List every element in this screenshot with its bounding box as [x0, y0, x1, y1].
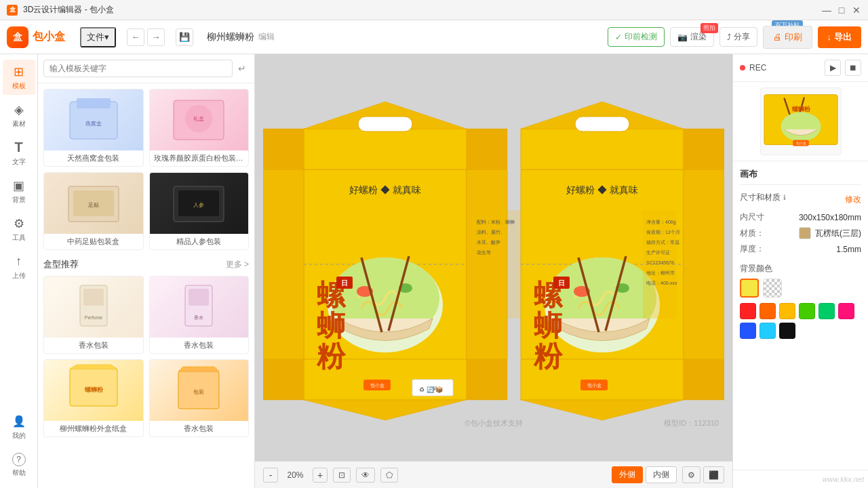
sidebar-upload-label: 上传	[12, 271, 26, 281]
upload-icon: ↑	[12, 254, 26, 269]
nav-buttons: ← →	[127, 28, 165, 46]
template-label-perfume2: 香水包装	[150, 338, 249, 353]
file-menu-button[interactable]: 文件▾	[80, 27, 116, 47]
doc-title-text: 柳州螺蛳粉	[207, 31, 254, 43]
color-swatch-cyan[interactable]	[760, 323, 776, 339]
sidebar-item-text[interactable]: T 文字	[3, 136, 35, 171]
share-button[interactable]: ⤴ 分享	[719, 27, 757, 47]
template-item-perfume2[interactable]: 香水 香水包装	[149, 276, 250, 354]
shape-button[interactable]: ⬠	[380, 468, 398, 483]
close-button[interactable]: ✕	[852, 5, 861, 15]
export-button[interactable]: ↓ 导出	[818, 26, 862, 48]
thumbnail-box: 螺蛳粉 包小盒	[760, 87, 842, 155]
canvas-main[interactable]: 好螺粉 ◆ 就真味 包小盒	[255, 54, 732, 461]
color-swatch-red[interactable]	[740, 303, 756, 319]
eye-button[interactable]: 👁	[356, 468, 375, 483]
thickness-label: 厚度：	[740, 243, 764, 255]
template-label-honey-box: 香水包装	[150, 421, 249, 436]
fit-icon: ⊡	[338, 470, 345, 480]
settings-button[interactable]: ⚙	[682, 466, 701, 483]
template-label-collagen: 玫瑰养颜胶原蛋白粉包装礼盒	[150, 150, 249, 166]
sidebar-item-tools[interactable]: ⚙ 工具	[3, 211, 35, 247]
print-icon: 🖨	[773, 32, 782, 42]
screenshot-button[interactable]: ⬛	[703, 466, 724, 483]
color-swatch-pink[interactable]	[838, 303, 854, 319]
svg-text:包小盒: 包小盒	[370, 383, 384, 388]
export-icon: ↓	[827, 32, 832, 42]
template-item-honey-box[interactable]: 包装 香水包装	[149, 359, 250, 437]
zoom-value: 20%	[283, 470, 307, 480]
model-id: 模型ID：112310	[664, 418, 719, 428]
search-confirm-button[interactable]: ↵	[235, 62, 249, 75]
template-img-honey-box: 包装	[150, 360, 249, 421]
svg-text:日: 日	[558, 279, 565, 287]
fit-button[interactable]: ⊡	[333, 468, 351, 483]
color-swatch-blue[interactable]	[740, 323, 756, 339]
bg-color-transparent[interactable]	[763, 279, 782, 298]
template-img-perfume1: Perfume	[44, 277, 143, 338]
color-swatch-amber[interactable]	[779, 303, 795, 319]
bg-color-active[interactable]	[740, 279, 759, 298]
template-icon: ⊞	[12, 64, 26, 79]
svg-text:汤料、腐竹、: 汤料、腐竹、	[477, 230, 505, 235]
render-badge: 照拍	[701, 23, 718, 33]
template-img-noodle-box: 螺蛳粉	[44, 360, 143, 421]
print-button[interactable]: 🖨 印刷	[763, 26, 812, 49]
search-input[interactable]	[43, 60, 233, 77]
props-panel-title: 画布	[740, 168, 861, 185]
svg-text:螺蛳粉: 螺蛳粉	[84, 386, 103, 393]
help-icon: ?	[12, 453, 26, 466]
svg-marker-33	[467, 359, 507, 400]
svg-text:粉: 粉	[533, 341, 564, 372]
share-icon: ⤴	[727, 33, 731, 42]
material-name-value: 瓦楞纸(三层)	[815, 228, 861, 239]
save-button[interactable]: 💾	[176, 28, 193, 46]
sidebar-item-help[interactable]: ? 帮助	[3, 447, 35, 483]
svg-marker-32	[467, 129, 507, 169]
template-label-ginseng: 精品人参包装	[150, 234, 249, 249]
inspect-button[interactable]: ✓ 印前检测	[608, 27, 665, 47]
sidebar-item-upload[interactable]: ↑ 上传	[3, 249, 35, 285]
svg-text:螺蛳粉: 螺蛳粉	[791, 106, 810, 113]
sidebar-item-background[interactable]: ▣ 背景	[3, 174, 35, 209]
template-img-birdsnest: 燕窝盒	[44, 89, 143, 150]
svg-text:Perfume: Perfume	[85, 315, 103, 320]
template-item-perfume1[interactable]: Perfume 香水包装	[43, 276, 144, 354]
eye-icon: 👁	[361, 470, 370, 480]
undo-button[interactable]: ←	[127, 28, 144, 46]
box-type-more-button[interactable]: 更多 >	[226, 259, 249, 270]
sidebar-item-material[interactable]: ◈ 素材	[3, 98, 35, 133]
minimize-button[interactable]: —	[822, 5, 831, 15]
svg-text:配料：米粉、螺蛳: 配料：米粉、螺蛳	[477, 220, 515, 224]
svg-text:蛳: 蛳	[317, 310, 345, 342]
template-item-noodle-box[interactable]: 螺蛳粉 柳州螺蛳粉外盒纸盒	[43, 359, 144, 437]
document-name: 柳州螺蛳粉 编辑	[207, 31, 275, 43]
template-item-ginseng[interactable]: 人参 精品人参包装	[149, 172, 250, 250]
redo-button[interactable]: →	[147, 28, 165, 46]
maximize-button[interactable]: □	[837, 5, 846, 15]
template-label-noodle-box: 柳州螺蛳粉外盒纸盒	[44, 421, 143, 436]
template-item-collagen[interactable]: 礼盒 玫瑰养颜胶原蛋白粉包装礼盒	[149, 89, 250, 167]
color-swatch-green[interactable]	[799, 303, 815, 319]
zoom-out-button[interactable]: -	[263, 468, 278, 483]
template-item-chinese-med[interactable]: 足贴 中药足贴包装盒	[43, 172, 144, 250]
inside-view-button[interactable]: 内侧	[646, 466, 677, 483]
inner-size-row: 内尺寸 300x150x180mm	[740, 211, 861, 223]
color-swatch-orange[interactable]	[760, 303, 776, 319]
modify-link[interactable]: 修改	[845, 194, 861, 205]
color-swatch-black[interactable]	[779, 323, 795, 339]
material-label: 材质：	[740, 228, 764, 239]
sidebar-item-profile[interactable]: 👤 我的	[3, 409, 35, 445]
svg-marker-57	[521, 400, 684, 420]
svg-point-95	[781, 112, 821, 141]
rec-stop-button[interactable]: ⏹	[845, 60, 861, 76]
size-material-subtitle: 尺寸和材质 ℹ	[740, 192, 786, 203]
rec-play-button[interactable]: ▶	[825, 60, 841, 76]
sidebar-item-template[interactable]: ⊞ 模板	[3, 60, 35, 95]
color-swatch-teal[interactable]	[818, 303, 835, 319]
template-item-birdsnest[interactable]: 燕窝盒 天然燕窝盒包装	[43, 89, 144, 167]
svg-marker-30	[263, 129, 304, 169]
zoom-in-button[interactable]: +	[313, 468, 328, 483]
tools-icon: ⚙	[12, 216, 26, 231]
outside-view-button[interactable]: 外侧	[612, 466, 643, 483]
